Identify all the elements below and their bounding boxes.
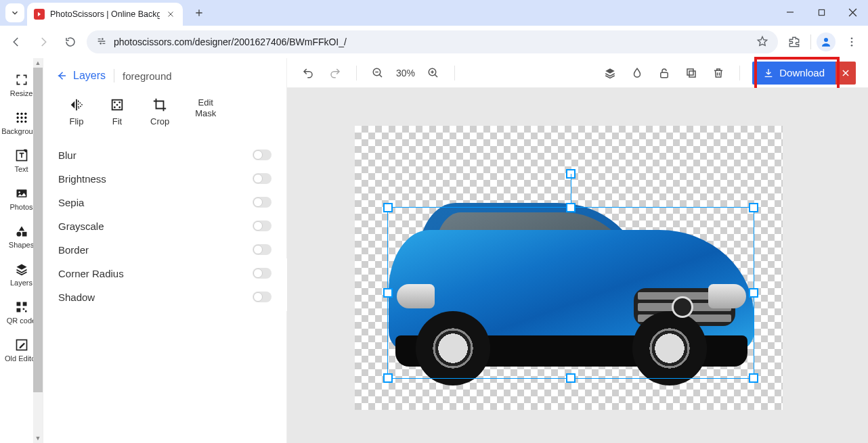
toggle-shadow[interactable] xyxy=(253,292,272,302)
rail-label: Photos xyxy=(9,203,32,211)
svg-rect-23 xyxy=(16,308,20,312)
tool-crop[interactable]: Crop xyxy=(150,97,169,127)
scroll-down-arrow[interactable]: ▼ xyxy=(33,434,43,443)
layers-icon xyxy=(604,67,616,79)
tab-close-button[interactable] xyxy=(165,9,176,20)
tab-search-button[interactable] xyxy=(5,3,24,22)
canvas[interactable] xyxy=(287,88,868,443)
site-settings-icon[interactable] xyxy=(96,36,107,49)
toggle-grayscale[interactable] xyxy=(253,220,272,231)
puzzle-icon xyxy=(788,36,800,48)
toggle-sepia[interactable] xyxy=(253,197,272,208)
shapes-icon xyxy=(15,225,28,238)
window-close-button[interactable] xyxy=(837,0,868,24)
edit-icon xyxy=(15,338,28,352)
nav-back-button[interactable] xyxy=(5,31,27,53)
toggle-corner-radius[interactable] xyxy=(253,268,272,279)
tool-edit-mask[interactable]: Edit Mask xyxy=(195,97,216,118)
rail-label: Layers xyxy=(10,279,32,287)
bookmark-button[interactable] xyxy=(756,35,768,49)
selection-handle-s[interactable] xyxy=(567,375,574,381)
arrow-left-icon xyxy=(56,70,68,82)
minimize-icon xyxy=(786,8,794,16)
rail-scrollbar[interactable]: ▲ ▼ xyxy=(33,58,43,443)
scroll-up-arrow[interactable]: ▲ xyxy=(33,58,43,68)
undo-button[interactable] xyxy=(299,64,317,82)
zoom-in-button[interactable] xyxy=(425,64,442,82)
scroll-thumb[interactable] xyxy=(33,68,43,392)
rail-label: QR code xyxy=(7,317,36,325)
selection-handle-ne[interactable] xyxy=(750,204,757,211)
layers-icon xyxy=(15,262,28,276)
arrow-right-icon xyxy=(37,36,49,48)
close-editor-button[interactable] xyxy=(836,62,856,85)
svg-point-11 xyxy=(20,116,22,118)
duplicate-button[interactable] xyxy=(682,64,700,82)
window-maximize-button[interactable] xyxy=(806,0,837,24)
selection-handle-e[interactable] xyxy=(750,289,757,296)
url-bar[interactable]: photoscissors.com/designer/2001627406/BW… xyxy=(87,30,778,53)
svg-rect-22 xyxy=(22,302,26,306)
selection-handle-n[interactable] xyxy=(567,204,574,211)
option-label: Border xyxy=(58,244,89,256)
download-label: Download xyxy=(779,67,825,78)
layers-button[interactable] xyxy=(601,64,619,82)
separator xyxy=(739,66,740,80)
zoom-out-button[interactable] xyxy=(369,64,387,82)
tool-flip[interactable]: Flip xyxy=(69,97,84,127)
color-drop-button[interactable] xyxy=(628,64,646,82)
selection-handle-w[interactable] xyxy=(385,289,391,296)
svg-point-9 xyxy=(24,113,26,115)
selection-box[interactable] xyxy=(387,207,754,379)
window-controls xyxy=(775,0,868,24)
svg-rect-36 xyxy=(689,71,695,77)
option-shadow: Shadow xyxy=(56,285,274,309)
svg-point-7 xyxy=(16,113,18,115)
selection-handle-sw[interactable] xyxy=(385,375,391,381)
back-to-layers-button[interactable]: Layers xyxy=(56,70,106,82)
maximize-icon xyxy=(818,9,825,16)
browser-tab[interactable]: PhotoScissors | Online Backgro xyxy=(27,3,183,26)
plus-icon xyxy=(194,7,204,18)
lock-button[interactable] xyxy=(655,64,673,82)
new-tab-button[interactable] xyxy=(190,3,209,22)
svg-point-28 xyxy=(114,101,116,103)
delete-button[interactable] xyxy=(710,64,727,82)
person-icon xyxy=(820,36,832,48)
nav-reload-button[interactable] xyxy=(60,31,81,53)
close-icon xyxy=(841,68,850,78)
redo-icon xyxy=(329,67,341,79)
back-label: Layers xyxy=(73,70,106,82)
profile-button[interactable] xyxy=(817,32,836,51)
zoom-out-icon xyxy=(372,67,384,79)
svg-point-10 xyxy=(16,116,18,118)
svg-rect-24 xyxy=(22,308,24,310)
browser-chrome: PhotoScissors | Online Backgro photoscis… xyxy=(0,0,868,58)
droplet-icon xyxy=(631,67,643,79)
toggle-blur[interactable] xyxy=(253,149,272,160)
selection-handle-se[interactable] xyxy=(750,375,757,381)
toggle-border[interactable] xyxy=(253,244,272,255)
tool-label: Fit xyxy=(112,116,122,127)
download-button[interactable]: Download xyxy=(752,62,836,85)
window-minimize-button[interactable] xyxy=(775,0,806,24)
browser-menu-button[interactable] xyxy=(841,31,863,53)
selection-handle-nw[interactable] xyxy=(385,204,391,211)
trash-icon xyxy=(712,67,724,79)
rail-label: Shapes xyxy=(9,241,34,249)
svg-point-5 xyxy=(851,41,853,43)
download-icon xyxy=(763,68,774,78)
extensions-button[interactable] xyxy=(783,31,805,53)
zoom-in-icon xyxy=(427,67,439,79)
option-label: Brightness xyxy=(58,173,106,185)
kebab-icon xyxy=(846,36,858,48)
zoom-level: 30% xyxy=(396,68,415,78)
toggle-brightness[interactable] xyxy=(253,173,272,184)
rail-label: Resize xyxy=(10,89,33,97)
tool-fit[interactable]: Fit xyxy=(110,97,125,127)
qrcode-icon xyxy=(15,300,28,314)
redo-button[interactable] xyxy=(326,64,344,82)
svg-rect-37 xyxy=(687,69,693,75)
svg-point-32 xyxy=(116,104,118,106)
option-label: Sepia xyxy=(58,197,84,208)
